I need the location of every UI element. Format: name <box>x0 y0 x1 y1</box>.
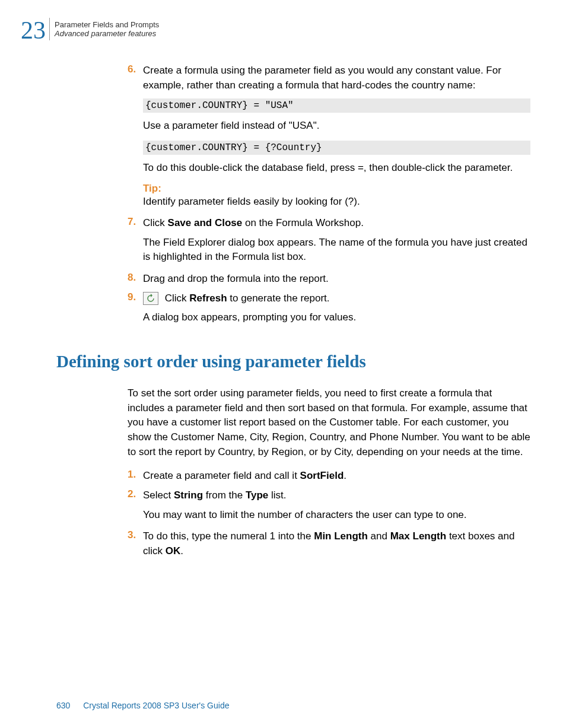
paragraph: A dialog box appears, prompting you for … <box>143 310 530 325</box>
refresh-icon <box>143 292 158 305</box>
text: Click <box>162 293 189 304</box>
step-number: 6. <box>128 63 143 93</box>
step-text: Select String from the Type list. <box>143 488 287 503</box>
text: Select <box>143 489 174 501</box>
step-7: 7. Click Save and Close on the Formula W… <box>128 216 530 231</box>
bold-text: Refresh <box>189 293 227 304</box>
bold-text: SortField <box>300 470 344 481</box>
text: . <box>180 545 183 557</box>
main-content: 6. Create a formula using the parameter … <box>128 63 530 325</box>
header-title: Parameter Fields and Prompts <box>55 20 159 29</box>
step-2: 2. Select String from the Type list. <box>128 488 530 503</box>
text: To do this, type the numeral 1 into the <box>143 530 314 542</box>
text: to generate the report. <box>227 293 330 304</box>
step-text: Drag and drop the formula into the repor… <box>143 272 329 287</box>
text: and <box>368 530 390 542</box>
step-text: To do this, type the numeral 1 into the … <box>143 529 530 558</box>
paragraph: Use a parameter field instead of "USA". <box>143 119 530 133</box>
section-heading: Defining sort order using parameter fiel… <box>56 352 530 371</box>
code-block: {customer.COUNTRY} = "USA" <box>143 98 530 113</box>
step-6: 6. Create a formula using the parameter … <box>128 63 530 93</box>
page-footer: 630 Crystal Reports 2008 SP3 User's Guid… <box>56 701 229 710</box>
text: on the Formula Workshop. <box>242 217 364 228</box>
bold-text: Max Length <box>390 530 446 542</box>
step-3: 3. To do this, type the numeral 1 into t… <box>128 529 530 558</box>
tip-text: Identify parameter fields easily by look… <box>143 195 530 209</box>
paragraph: You may want to limit the number of char… <box>143 508 530 523</box>
paragraph: To do this double-click the database fie… <box>143 161 530 176</box>
tip-block: Tip: Identify parameter fields easily by… <box>143 183 530 209</box>
step-number: 9. <box>128 291 143 306</box>
section-content: To set the sort order using parameter fi… <box>128 386 530 558</box>
step-number: 8. <box>128 272 143 287</box>
bold-text: String <box>174 489 203 501</box>
step-8: 8. Drag and drop the formula into the re… <box>128 272 530 287</box>
text: Click <box>143 217 168 228</box>
step-1: 1. Create a parameter field and call it … <box>128 469 530 484</box>
bold-text: Type <box>246 489 268 501</box>
text: . <box>344 470 346 481</box>
bold-text: OK <box>166 545 181 557</box>
page-header: 23 Parameter Fields and Prompts Advanced… <box>21 18 530 43</box>
chapter-number: 23 <box>21 18 46 43</box>
step-text: Create a formula using the parameter fie… <box>143 63 530 93</box>
text: list. <box>268 489 286 501</box>
paragraph: The Field Explorer dialog box appears. T… <box>143 236 530 265</box>
tip-label: Tip: <box>143 183 530 195</box>
text: Create a parameter field and call it <box>143 470 300 481</box>
bold-text: Save and Close <box>168 217 243 228</box>
step-number: 7. <box>128 216 143 231</box>
step-number: 3. <box>128 529 143 558</box>
header-subtitle: Advanced parameter features <box>55 29 159 38</box>
text: from the <box>203 489 246 501</box>
step-9: 9. Click Refresh to generate the report. <box>128 291 530 306</box>
page-number: 630 <box>56 701 70 710</box>
step-number: 2. <box>128 488 143 503</box>
bold-text: Min Length <box>314 530 368 542</box>
step-number: 1. <box>128 469 143 484</box>
step-text: Click Save and Close on the Formula Work… <box>143 216 364 231</box>
section-intro: To set the sort order using parameter fi… <box>128 386 530 459</box>
code-block: {customer.COUNTRY} = {?Country} <box>143 141 530 155</box>
doc-title: Crystal Reports 2008 SP3 User's Guide <box>83 701 229 710</box>
step-text: Click Refresh to generate the report. <box>143 291 330 306</box>
header-titles: Parameter Fields and Prompts Advanced pa… <box>49 18 159 40</box>
step-text: Create a parameter field and call it Sor… <box>143 469 346 484</box>
